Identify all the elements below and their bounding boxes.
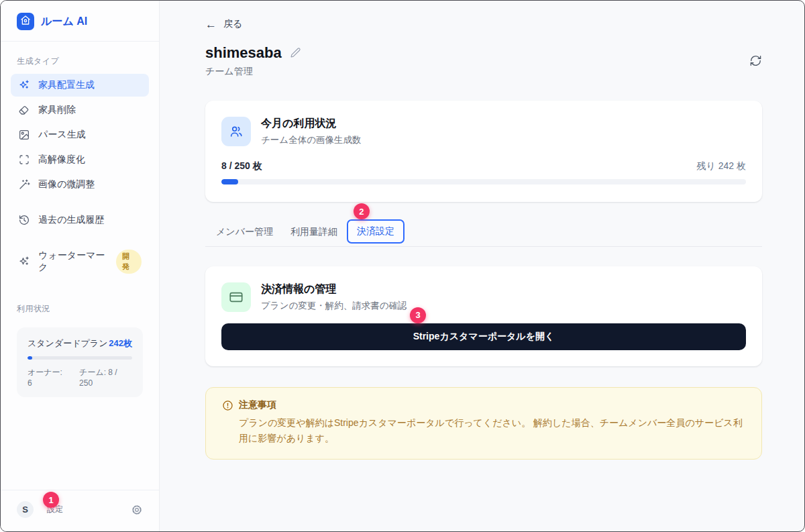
tab-payment-settings[interactable]: 2 決済設定: [347, 219, 405, 244]
section-label-usage: 利用状況: [1, 303, 159, 315]
avatar[interactable]: S: [17, 501, 34, 518]
step-badge-1: 1: [43, 492, 59, 508]
plan-progress-fill: [28, 356, 32, 360]
sidebar-item-label: 画像の微調整: [38, 178, 95, 191]
sidebar-item-label: 過去の生成履歴: [38, 214, 104, 226]
sidebar-item-fine-tune[interactable]: 画像の微調整: [11, 173, 149, 196]
pencil-icon[interactable]: [290, 47, 301, 58]
credit-card-icon: [221, 282, 251, 312]
page-title: shimesaba: [205, 44, 282, 62]
page-subtitle: チーム管理: [205, 66, 301, 78]
plan-card: スタンダードプラン 242枚 オーナー: 6 チーム: 8 / 250: [17, 327, 143, 397]
sidebar-item-label: 家具配置生成: [38, 79, 95, 91]
usage-used-count: 8 / 250 枚: [221, 160, 262, 172]
plan-progress-bar: [28, 356, 132, 360]
gear-icon[interactable]: [131, 504, 143, 516]
back-arrow-icon: ←: [205, 19, 217, 30]
eraser-icon: [18, 104, 30, 116]
tab-label: 決済設定: [357, 225, 394, 236]
sidebar-footer: 1 S 設定: [1, 490, 159, 531]
app-window: ルーム AI 生成タイプ 家具配置生成 家具削除 パース生成: [0, 0, 805, 532]
page-header: shimesaba チーム管理: [205, 44, 762, 78]
dev-badge: 開発: [116, 250, 142, 274]
plan-team-count: チーム: 8 / 250: [79, 367, 132, 388]
sidebar-item-label: 家具削除: [38, 104, 76, 116]
wand-icon: [18, 178, 30, 191]
plan-owner-count: オーナー: 6: [28, 367, 68, 388]
usage-card-subtitle: チーム全体の画像生成数: [261, 134, 361, 146]
usage-progress-fill: [221, 179, 238, 184]
payment-card-title: 決済情報の管理: [261, 282, 407, 297]
usage-remaining-count: 残り 242 枚: [697, 160, 746, 172]
stripe-portal-button[interactable]: 3 Stripeカスタマーポータルを開く: [221, 323, 746, 350]
sparkles-icon: [18, 256, 30, 268]
app-name: ルーム AI: [41, 15, 87, 29]
alert-circle-icon: [222, 400, 233, 446]
notice-title: 注意事項: [239, 399, 745, 411]
tab-usage-details[interactable]: 利用量詳細: [282, 219, 345, 246]
notice-body: プランの変更や解約はStripeカスタマーポータルで行ってください。 解約した場…: [239, 415, 745, 446]
payment-card: 決済情報の管理 プランの変更・解約、請求書の確認 3 Stripeカスタマーポー…: [205, 266, 762, 366]
sidebar-header: ルーム AI: [1, 1, 159, 42]
sidebar-item-label: パース生成: [38, 129, 86, 141]
sidebar-item-history[interactable]: 過去の生成履歴: [11, 209, 149, 231]
team-tabs: メンバー管理 利用量詳細 2 決済設定: [205, 219, 762, 247]
tab-member-management[interactable]: メンバー管理: [208, 219, 281, 246]
section-label-generation: 生成タイプ: [1, 56, 159, 67]
history-icon: [18, 214, 30, 226]
step-badge-3: 3: [410, 307, 426, 323]
sidebar-item-label: 高解像度化: [38, 154, 85, 166]
refresh-icon[interactable]: [749, 54, 762, 67]
step-badge-2: 2: [354, 203, 370, 219]
image-icon: [18, 129, 30, 141]
users-icon: [221, 117, 251, 146]
back-button[interactable]: ← 戻る: [205, 18, 242, 30]
payment-card-subtitle: プランの変更・解約、請求書の確認: [261, 300, 407, 312]
sidebar-item-perspective[interactable]: パース生成: [11, 123, 149, 146]
usage-card-title: 今月の利用状況: [261, 117, 361, 131]
sidebar-item-furniture-removal[interactable]: 家具削除: [11, 99, 149, 121]
plan-remaining-count: 242枚: [109, 337, 132, 350]
app-logo: [17, 13, 34, 30]
scan-icon: [18, 154, 30, 166]
sidebar-item-watermark[interactable]: ウォーターマーク 開発: [11, 244, 149, 279]
sidebar-item-upscale[interactable]: 高解像度化: [11, 148, 149, 171]
sidebar-nav: 家具配置生成 家具削除 パース生成 高解像度化: [1, 74, 159, 281]
plan-name: スタンダードプラン: [28, 337, 107, 350]
back-label: 戻る: [223, 18, 242, 30]
stripe-portal-button-label: Stripeカスタマーポータルを開く: [413, 331, 555, 343]
home-icon: [20, 15, 31, 28]
sidebar-item-furniture-placement[interactable]: 家具配置生成: [11, 74, 149, 97]
main-content: ← 戻る shimesaba チーム管理: [160, 1, 804, 531]
usage-progress-bar: [221, 179, 746, 184]
notice-box: 注意事項 プランの変更や解約はStripeカスタマーポータルで行ってください。 …: [205, 387, 762, 460]
usage-card: 今月の利用状況 チーム全体の画像生成数 8 / 250 枚 残り 242 枚: [205, 101, 762, 202]
sparkles-icon: [18, 79, 30, 91]
sidebar-item-label: ウォーターマーク: [38, 250, 108, 274]
sidebar: ルーム AI 生成タイプ 家具配置生成 家具削除 パース生成: [1, 1, 160, 531]
